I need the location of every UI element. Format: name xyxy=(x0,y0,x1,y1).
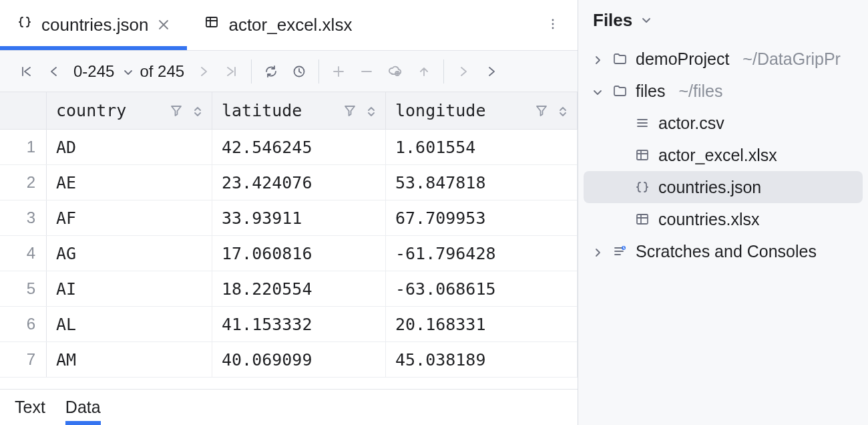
sort-icon[interactable] xyxy=(556,101,568,120)
tree-label: countries.xlsx xyxy=(658,210,759,229)
cell-country[interactable]: AM xyxy=(47,342,212,377)
table-row[interactable]: 6AL41.15333220.168331 xyxy=(0,307,578,342)
tab-label: actor_excel.xlsx xyxy=(228,15,352,35)
chevron-right-icon[interactable] xyxy=(589,245,604,257)
nav-prev-button[interactable] xyxy=(449,51,477,92)
tab-actor-excel[interactable]: actor_excel.xlsx xyxy=(187,0,369,50)
table-icon xyxy=(204,15,220,35)
cell-country[interactable]: AF xyxy=(47,200,212,235)
data-grid: country latitude longitude 1AD42.5462451… xyxy=(0,92,578,389)
tree-label: actor_excel.xlsx xyxy=(658,146,777,165)
cell-longitude[interactable]: 45.038189 xyxy=(386,342,578,377)
braces-icon xyxy=(17,15,33,35)
history-button[interactable] xyxy=(285,51,313,92)
row-number: 1 xyxy=(0,130,47,164)
page-range[interactable]: 0-245 of 245 xyxy=(68,62,190,81)
files-title: Files xyxy=(593,10,632,31)
cell-country[interactable]: AI xyxy=(47,271,212,306)
tree-scratches[interactable]: Scratches and Consoles xyxy=(584,235,863,267)
reload-button[interactable] xyxy=(257,51,285,92)
tree-label: countries.json xyxy=(658,178,761,197)
tab-label: countries.json xyxy=(41,15,148,35)
tree-label: Scratches and Consoles xyxy=(636,242,817,261)
cell-longitude[interactable]: 53.847818 xyxy=(386,165,578,200)
next-page-button[interactable] xyxy=(190,51,218,92)
filter-icon[interactable] xyxy=(534,101,548,120)
chevron-down-icon xyxy=(121,62,133,81)
row-number: 3 xyxy=(0,200,47,235)
row-number: 6 xyxy=(0,307,47,341)
range-value: 0-245 xyxy=(73,62,114,81)
cell-longitude[interactable]: 20.168331 xyxy=(386,307,578,341)
tree-folder[interactable]: demoProject~/DataGripPr xyxy=(584,43,863,75)
remove-row-button[interactable] xyxy=(353,51,381,92)
column-header-latitude[interactable]: latitude xyxy=(212,92,386,129)
tree-folder[interactable]: files~/files xyxy=(584,75,863,107)
cell-latitude[interactable]: 41.153332 xyxy=(212,307,386,341)
chevron-down-icon[interactable] xyxy=(589,85,604,97)
chevron-right-icon[interactable] xyxy=(589,53,604,65)
close-icon[interactable] xyxy=(156,15,170,35)
table-row[interactable]: 2AE23.42407653.847818 xyxy=(0,165,578,200)
table-row[interactable]: 4AG17.060816-61.796428 xyxy=(0,236,578,271)
prev-page-button[interactable] xyxy=(40,51,68,92)
sort-icon[interactable] xyxy=(190,101,202,120)
cell-country[interactable]: AG xyxy=(47,236,212,271)
scratches-icon xyxy=(610,244,629,259)
folder-icon xyxy=(610,51,629,66)
cell-latitude[interactable]: 42.546245 xyxy=(212,130,386,164)
folder-icon xyxy=(610,84,629,98)
lines-icon xyxy=(633,116,652,130)
cell-latitude[interactable]: 17.060816 xyxy=(212,236,386,271)
table-row[interactable]: 7AM40.06909945.038189 xyxy=(0,342,578,378)
tree-file[interactable]: actor.csv xyxy=(584,107,863,139)
range-total: of 245 xyxy=(140,62,184,81)
first-page-button[interactable] xyxy=(12,51,40,92)
column-header-country[interactable]: country xyxy=(47,92,212,129)
last-page-button[interactable] xyxy=(218,51,246,92)
table-row[interactable]: 5AI18.220554-63.068615 xyxy=(0,271,578,307)
table-icon xyxy=(633,148,652,162)
tabs-more-button[interactable] xyxy=(535,17,571,34)
filter-icon[interactable] xyxy=(169,101,182,120)
cell-latitude[interactable]: 23.424076 xyxy=(212,165,386,200)
table-row[interactable]: 1AD42.5462451.601554 xyxy=(0,130,578,165)
row-number: 2 xyxy=(0,165,47,200)
tree-file[interactable]: actor_excel.xlsx xyxy=(584,139,863,171)
editor-pane: countries.json actor_excel.xlsx 0-245 of… xyxy=(0,0,578,425)
tree-label: actor.csv xyxy=(658,114,724,133)
sort-icon[interactable] xyxy=(364,101,376,120)
view-tab-text[interactable]: Text xyxy=(15,390,45,425)
column-header-longitude[interactable]: longitude xyxy=(386,92,578,129)
filter-icon[interactable] xyxy=(343,101,356,120)
tree-file[interactable]: countries.xlsx xyxy=(584,203,863,235)
tree-file[interactable]: countries.json xyxy=(584,171,863,203)
cell-latitude[interactable]: 33.93911 xyxy=(212,200,386,235)
tab-countries-json[interactable]: countries.json xyxy=(0,0,187,50)
table-row[interactable]: 3AF33.9391167.709953 xyxy=(0,200,578,236)
table-icon xyxy=(633,212,652,227)
cell-longitude[interactable]: -61.796428 xyxy=(386,236,578,271)
add-row-button[interactable] xyxy=(324,51,353,92)
chevron-down-icon xyxy=(639,10,652,31)
cell-longitude[interactable]: 67.709953 xyxy=(386,200,578,235)
cell-longitude[interactable]: 1.601554 xyxy=(386,130,578,164)
cell-country[interactable]: AD xyxy=(47,130,212,164)
cell-country[interactable]: AL xyxy=(47,307,212,341)
view-tab-data[interactable]: Data xyxy=(65,390,101,425)
tree-label: demoProject xyxy=(636,49,729,69)
tree-label: files xyxy=(636,82,665,101)
cell-longitude[interactable]: -63.068615 xyxy=(386,271,578,306)
braces-icon xyxy=(633,180,652,194)
revert-button[interactable] xyxy=(410,51,438,92)
submit-button[interactable] xyxy=(381,51,410,92)
cell-latitude[interactable]: 40.069099 xyxy=(212,342,386,377)
row-number: 7 xyxy=(0,342,47,377)
files-panel-header[interactable]: Files xyxy=(578,0,868,40)
row-number: 5 xyxy=(0,271,47,306)
gutter-header[interactable] xyxy=(0,92,47,129)
cell-country[interactable]: AE xyxy=(47,165,212,200)
data-toolbar: 0-245 of 245 xyxy=(0,51,578,92)
nav-next-button[interactable] xyxy=(477,51,505,92)
cell-latitude[interactable]: 18.220554 xyxy=(212,271,386,306)
